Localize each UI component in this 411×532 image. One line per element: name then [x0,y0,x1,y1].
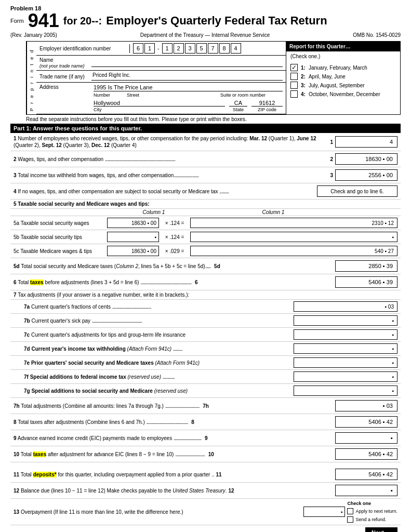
quarter-4-label: October, November, December [309,91,380,97]
line5b-col1: ▪ [107,232,159,242]
quarter-2-label: April, May, June [309,74,346,79]
line3-text: 3 Total income tax withheld from wages, … [14,172,198,178]
ein-digit-6: 5 [196,43,207,54]
addr-state-lbl: State [229,107,247,112]
ein-boxes[interactable]: 6 1 - 1 2 3 5 7 8 4 [130,42,286,55]
line7h-row: 7h Total adjustments (Combine all amount… [10,398,401,414]
form-title: Employer's Quarterly Federal Tax Return [106,14,327,28]
quarter-1-num: 1: [301,65,306,71]
line7e-row: 7e Prior quarters' social security and M… [10,356,401,370]
ein-digit-8: 8 [219,43,230,54]
line5b-label: 5b Taxable social security tips [14,234,82,240]
addr-city-lbl: City [94,107,225,112]
line5d-answer: 2850 ▪ 39 [335,260,397,272]
left-form-section: Employer identification number 6 1 - 1 2… [36,42,286,114]
line5a-row: 5a Taxable social security wages 18630 ▪… [10,216,401,230]
addr-number-lbl: Number [94,92,125,98]
line5c-col2: 540 ▪ 27 [190,246,397,256]
quarter-4-num: 4: [301,91,306,97]
line11-row: 11 Total deposits* for this quarter, inc… [10,467,401,483]
line3-answer: 2556 ▪ 00 [335,169,397,181]
line1-text: 1 Number of employees who received wages… [14,136,316,148]
trade-row: Trade name (if any) Priced Right Inc. [36,71,286,83]
line9-row: 9 Advance earned income credit (EIC) pay… [10,430,401,446]
omb-label: OMB No. 1545-0029 [353,32,401,38]
line6-answer: 5406 ▪ 39 [335,276,397,288]
line11-answer: 5406 ▪ 42 [335,469,397,480]
addr-zip-value: 91612 [259,100,275,106]
quarter-3-checkbox[interactable] [290,82,298,89]
next-button[interactable]: Next → [365,527,397,532]
name-input[interactable] [91,59,283,67]
line7d-text: 7d Current year's income tax withholding… [24,346,182,352]
line7g-answer: ▪ [294,385,397,396]
trade-label: Trade name (if any) [39,74,85,79]
line6-row: 6 Total taxes before adjustments (lines … [10,274,401,290]
line12-answer: ▪ [335,485,397,496]
dept-label: Department of the Treasury — Internal Re… [57,32,353,38]
line4-text: 4 If no wages, tips, and other compensat… [14,189,229,194]
line13-text: 13 Overpayment (If line 11 is more than … [14,509,183,515]
line5b-col2: ▪ [190,232,397,242]
address-row: Address 1995 Is The Price Lane Number St… [36,83,286,114]
line7c-text: 7c Current quarter's adjustments for tip… [24,332,185,338]
line5c-row: 5c Taxable Medicare wages & tips 18630 ▪… [10,244,401,258]
addr-state-value: CA [234,100,242,106]
line12-row: 12 Balance due (lines 10 − 11 = line 12)… [10,483,401,499]
addr-label: Address [39,84,91,90]
line2-row: 2 Wages, tips, and other compensation ..… [10,151,401,167]
name-row: Name (not your trade name) [36,56,286,71]
line7e-text: 7e Prior quarters' social security and M… [24,360,200,366]
quarter-1-row[interactable]: ✓ 1: January, February, March 2: April, … [286,61,400,100]
line10-answer: 5406 ▪ 42 [335,448,397,460]
line10-text: 10 Total taxes after adjustment for adva… [14,451,205,457]
main-form-box: P r e p r i n t e d Employer identificat… [26,41,401,115]
line5c-label: 5c Taxable Medicare wages & tips [14,248,92,254]
addr-street-value: 1995 Is The Price Lane [94,84,153,90]
form-word-label: Form [10,18,24,24]
trade-value: Priced Right Inc. [92,72,130,78]
problem-label: Problem 18 [10,5,401,11]
next-button-row: Next → [10,525,401,532]
apply-next-option[interactable]: Apply to next return. [347,508,397,514]
ein-digit-4: 2 [174,43,184,54]
report-quarter-section: Report for this Quarter… (Check one.) ✓ … [286,42,400,114]
line5b-row: 5b Taxable social security tips ▪ × .124… [10,230,401,244]
apply-next-checkbox[interactable] [347,508,353,514]
quarter-2-checkbox[interactable] [290,73,298,80]
line7g-text: 7g Special additions to social security … [24,388,188,394]
line2-text: 2 Wages, tips, and other compensation ..… [14,156,175,162]
send-refund-option[interactable]: Send a refund. [347,516,397,523]
line13-row: 13 Overpayment (If line 11 is more than … [10,499,401,525]
send-refund-checkbox[interactable] [347,516,353,523]
line9-text: 9 Advance earned income credit (EIC) pay… [14,435,201,441]
line7a-row: 7a Current quarter's fractions of cents … [10,300,401,314]
quarter-1-checkbox[interactable]: ✓ [290,64,298,71]
line10-row: 10 Total taxes after adjustment for adva… [10,446,401,462]
line7b-row: 7b Current quarter's sick pay ..........… [10,314,401,328]
line7g-row: 7g Special additions to social security … [10,384,401,398]
trade-input[interactable]: Priced Right Inc. [91,72,283,81]
col-headers: Column 1 Column 1 [10,209,401,216]
line5c-mult: × .029 = [165,248,184,254]
line5a-col1: 18630 ▪ 00 [107,218,159,228]
ein-row: Employer identification number 6 1 - 1 2… [36,42,286,56]
line7h-answer: ▪ 03 [335,400,397,411]
quarter-4-checkbox[interactable] [290,90,298,98]
ein-label: Employer identification number [39,46,111,51]
ein-digit-3: 1 [162,43,173,54]
line8-text: 8 Total taxes after adjustments (Combine… [14,419,188,425]
line13-input[interactable]: ▪ [303,507,345,517]
form-header: Form 941 for 20--: Employer's Quarterly … [10,11,401,30]
line7c-answer: ▪ [294,329,397,340]
line7f-text: 7f Special additions to federal income t… [24,374,175,380]
line7c-row: 7c Current quarter's adjustments for tip… [10,328,401,342]
line4-row: 4 If no wages, tips, and other compensat… [10,183,401,200]
line5b-mult: × .124 = [165,234,184,240]
line5d-text: 5d Total social security and Medicare ta… [14,263,210,269]
ein-digit-2: 1 [144,43,155,54]
ein-digit-1: 6 [133,43,143,54]
send-refund-label: Send a refund. [355,517,386,522]
name-label: Name [39,57,54,63]
quarter-1-label: January, February, March [309,65,367,71]
